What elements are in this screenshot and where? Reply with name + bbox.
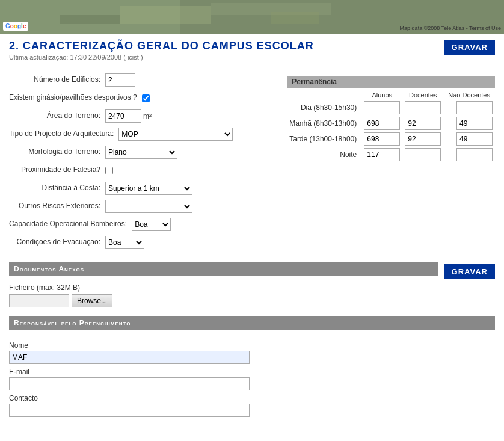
perm-nao-docentes-0[interactable] [456, 101, 493, 114]
email-input[interactable] [9, 377, 250, 390]
file-input-display [9, 294, 69, 307]
num-edificios-label: Número de Edificios: [9, 75, 105, 85]
permanencia-title: Permanência [287, 76, 495, 88]
perm-row-label: Tarde (13h00-18h00) [287, 131, 361, 147]
condicoes-evacuacao-select[interactable]: Boa Razoável Fraca [105, 236, 144, 249]
tipo-projecto-label: Tipo de Projecto de Arquitectura: [9, 129, 118, 139]
area-unit: m² [143, 112, 152, 120]
capacidade-bombeiros-label: Capacidade Operacional Bombeiros: [9, 220, 132, 229]
svg-rect-4 [60, 15, 120, 24]
capacidade-bombeiros-select[interactable]: Boa Razoável Fraca [132, 218, 171, 231]
browse-button[interactable]: Browse... [72, 294, 112, 307]
map-header: Google Map data ©2008 Tele Atlas - Terms… [0, 0, 504, 34]
ginasio-checkbox[interactable] [142, 94, 150, 102]
area-terreno-label: Área do Terreno: [9, 111, 105, 121]
distancia-label: Distância à Costa: [9, 183, 105, 193]
perm-nao-docentes-3[interactable] [456, 148, 493, 161]
perm-row: Tarde (13h00-18h00) [287, 131, 495, 147]
gravar-button-docs[interactable]: GRAVAR [444, 264, 495, 279]
svg-rect-5 [271, 12, 319, 24]
svg-rect-2 [120, 6, 211, 24]
file-label: Ficheiro (max: 32M B) [9, 283, 495, 292]
gravar-button-top[interactable]: GRAVAR [444, 40, 495, 55]
proximidade-checkbox[interactable] [105, 167, 113, 174]
perm-alunos-1[interactable] [364, 117, 400, 130]
perm-row-label: Manhã (8h30-13h00) [287, 116, 361, 131]
morfologia-label: Morfologia do Terreno: [9, 147, 105, 157]
ginasio-label: Existem ginásio/pavilhões desportivos ? [9, 93, 142, 103]
perm-docentes-0[interactable] [405, 101, 441, 114]
perm-docentes-2[interactable] [405, 132, 441, 146]
perm-docentes-1[interactable] [405, 117, 441, 130]
perm-alunos-3[interactable] [364, 148, 400, 161]
documentos-section-bar: Documentos Anexos [9, 262, 438, 276]
perm-row: Manhã (8h30-13h00) [287, 116, 495, 131]
responsavel-section-bar: Responsável pelo Preenchimento [9, 316, 495, 330]
nome-label: Nome [9, 341, 495, 350]
perm-row-label: Dia (8h30-15h30) [287, 100, 361, 116]
outros-riscos-label: Outros Riscos Exteriores: [9, 202, 105, 211]
col-docentes: Docentes [402, 90, 443, 100]
outros-riscos-select[interactable]: Risco 1 Risco 2 [105, 200, 192, 213]
perm-alunos-0[interactable] [364, 101, 400, 114]
area-terreno-input[interactable] [105, 109, 141, 123]
perm-nao-docentes-2[interactable] [456, 132, 493, 146]
col-alunos: Alunos [361, 90, 402, 100]
perm-row-label: Noite [287, 147, 361, 162]
proximidade-label: Proximidade de Falésia? [9, 165, 105, 175]
permanencia-table: Alunos Docentes Não Docentes Dia (8h30-1… [287, 90, 495, 162]
morfologia-select[interactable]: Plano Inclinado Muito Inclinado [105, 146, 177, 159]
distancia-select[interactable]: Superior a 1 km Até 1 km Até 500m [105, 182, 192, 195]
perm-row: Dia (8h30-15h30) [287, 100, 495, 116]
google-logo: Google [3, 22, 28, 31]
num-edificios-input[interactable] [105, 73, 135, 87]
contacto-label: Contacto [9, 394, 495, 402]
perm-row: Noite [287, 147, 495, 162]
tipo-projecto-select[interactable]: MOP Outro [118, 128, 233, 141]
map-credits: Map data ©2008 Tele Atlas - Terms of Use [400, 25, 501, 31]
last-update: Última actualização: 17:30 22/09/2008 ( … [9, 54, 314, 61]
condicoes-evacuacao-label: Condições de Evacuação: [9, 238, 105, 247]
email-label: E-mail [9, 368, 495, 376]
perm-docentes-3[interactable] [405, 148, 441, 161]
page-title: 2. Caracterização Geral do Campus Escola… [9, 40, 314, 52]
nome-input[interactable] [9, 351, 250, 364]
col-nao-docentes: Não Docentes [443, 90, 495, 100]
contacto-input[interactable] [9, 404, 250, 417]
perm-alunos-2[interactable] [364, 132, 400, 146]
perm-nao-docentes-1[interactable] [456, 117, 493, 130]
